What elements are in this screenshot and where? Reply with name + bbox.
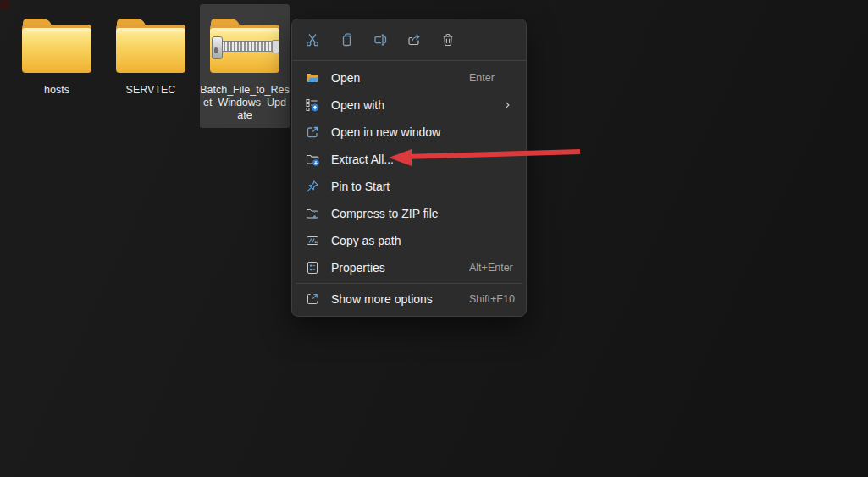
menu-item-label: Show more options bbox=[331, 292, 433, 306]
folder-icon bbox=[116, 19, 185, 73]
folder-label: hosts bbox=[44, 84, 69, 97]
menu-item-open-with[interactable]: Open with bbox=[296, 92, 522, 119]
properties-icon bbox=[306, 261, 319, 275]
trash-icon bbox=[440, 32, 456, 47]
menu-item-properties[interactable]: Properties Alt+Enter bbox=[296, 254, 522, 281]
menu-item-label: Open with bbox=[331, 98, 384, 112]
menu-item-label: Properties bbox=[331, 261, 385, 275]
open-with-icon bbox=[306, 98, 319, 112]
copy-as-path-icon bbox=[306, 234, 319, 247]
menu-item-label: Extract All... bbox=[331, 153, 394, 166]
menu-item-copy-as-path[interactable]: Copy as path bbox=[296, 227, 522, 254]
folder-label: Batch_File_to_Res et_Windows_Upd ate bbox=[200, 84, 290, 122]
rename-button[interactable] bbox=[367, 26, 394, 53]
menu-item-pin-to-start[interactable]: Pin to Start bbox=[296, 173, 522, 200]
menu-item-label: Open in new window bbox=[331, 125, 440, 139]
folder-tile-servtec[interactable]: SERVTEC bbox=[106, 4, 196, 128]
share-button[interactable] bbox=[401, 26, 428, 53]
context-menu: Open Enter Open with bbox=[291, 19, 527, 317]
compress-zip-icon bbox=[306, 207, 319, 220]
copy-icon bbox=[339, 32, 354, 47]
new-window-icon bbox=[306, 125, 319, 139]
corner-marker bbox=[0, 0, 10, 10]
menu-item-label: Compress to ZIP file bbox=[331, 207, 439, 220]
menu-item-shortcut: Alt+Enter bbox=[469, 262, 513, 274]
folder-tile-batch-zip[interactable]: Batch_File_to_Res et_Windows_Upd ate bbox=[200, 4, 290, 128]
zip-folder-icon bbox=[210, 19, 279, 73]
scissors-icon bbox=[305, 32, 320, 47]
open-folder-icon bbox=[306, 71, 319, 85]
chevron-right-icon bbox=[502, 100, 512, 110]
menu-item-shortcut: Enter bbox=[469, 72, 495, 84]
menu-item-extract-all[interactable]: Extract All... bbox=[296, 146, 522, 173]
context-menu-items: Open Enter Open with bbox=[292, 61, 526, 316]
menu-item-label: Pin to Start bbox=[331, 180, 390, 193]
menu-item-label: Open bbox=[331, 71, 360, 85]
menu-item-compress-to-zip[interactable]: Compress to ZIP file bbox=[296, 200, 522, 227]
folder-icon bbox=[22, 19, 91, 73]
menu-separator bbox=[296, 283, 522, 284]
menu-item-shortcut: Shift+F10 bbox=[469, 293, 515, 305]
share-icon bbox=[406, 32, 422, 47]
cut-button[interactable] bbox=[299, 26, 326, 53]
copy-button[interactable] bbox=[333, 26, 360, 53]
folder-label: SERVTEC bbox=[126, 84, 176, 97]
menu-item-open-in-new-window[interactable]: Open in new window bbox=[296, 119, 522, 146]
show-more-options-icon bbox=[306, 292, 319, 306]
menu-item-label: Copy as path bbox=[331, 234, 401, 247]
menu-item-show-more-options[interactable]: Show more options Shift+F10 bbox=[296, 286, 522, 313]
pin-icon bbox=[306, 180, 319, 193]
file-tiles: hosts SERVTEC Batch_File_to_Res et_Windo… bbox=[12, 4, 290, 128]
extract-all-icon bbox=[306, 153, 319, 166]
context-menu-toolbar bbox=[292, 19, 526, 61]
menu-item-open[interactable]: Open Enter bbox=[296, 64, 522, 92]
folder-tile-hosts[interactable]: hosts bbox=[12, 4, 102, 128]
rename-icon bbox=[373, 32, 388, 47]
delete-button[interactable] bbox=[434, 26, 462, 53]
